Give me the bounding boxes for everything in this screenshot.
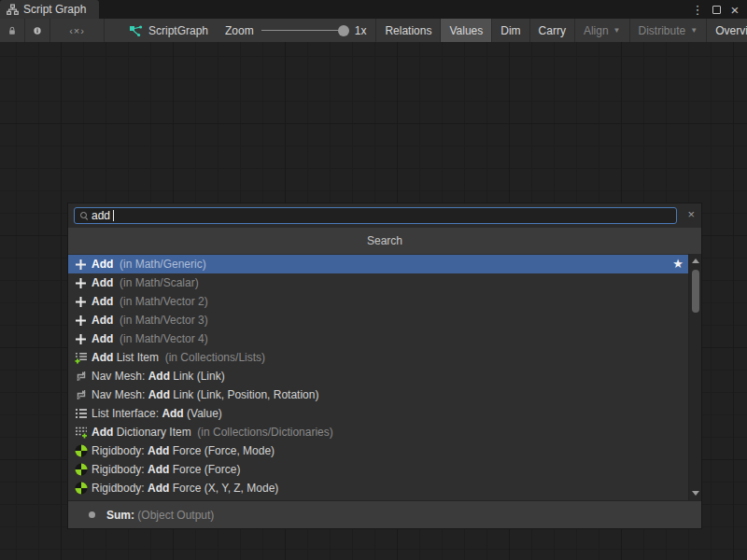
result-row[interactable]: Rigidbody: Add Force (Force)	[68, 460, 688, 479]
toolbar-button-label: Distribute	[639, 24, 686, 37]
row-text-segment: Add	[148, 444, 169, 457]
maximize-icon[interactable]	[709, 2, 724, 17]
close-icon[interactable]: ×	[727, 2, 742, 17]
plus-icon	[74, 333, 88, 345]
title-bar: Script Graph ⋮ ×	[0, 0, 747, 19]
result-row[interactable]: Add (in Math/Vector 2)	[68, 292, 688, 311]
zoom-slider-thumb[interactable]	[338, 25, 349, 36]
lock-button[interactable]	[0, 19, 25, 42]
row-text-segment: (in Math/Vector 3)	[113, 314, 207, 327]
window-menu-icon[interactable]: ⋮	[690, 2, 705, 17]
toolbar: ‹×› ScriptGraph Zoom 1x RelationsValuesD…	[0, 19, 747, 42]
clear-search-icon[interactable]: ×	[687, 208, 695, 221]
scrollbar[interactable]	[688, 254, 701, 500]
row-text-segment: Add	[148, 482, 169, 495]
row-text-segment: Add	[92, 351, 113, 364]
search-header: Search	[68, 228, 701, 254]
zoom-control: Zoom 1x	[216, 19, 375, 42]
result-list: Add (in Math/Generic)★Add (in Math/Scala…	[68, 254, 701, 500]
row-text-segment: (in Math/Vector 4)	[113, 332, 207, 345]
toolbar-button-label: Relations	[385, 24, 431, 37]
toolbar-button-values[interactable]: Values	[441, 19, 492, 42]
window-controls: ⋮ ×	[690, 0, 747, 19]
search-input[interactable]: add	[74, 207, 677, 224]
row-text-segment: Add	[92, 295, 113, 308]
tab-script-graph[interactable]: Script Graph	[0, 0, 99, 19]
row-text-segment: Add	[148, 388, 170, 401]
result-row[interactable]: Nav Mesh: Add Link (Link)	[68, 367, 688, 385]
result-row[interactable]: Add (in Math/Vector 3)	[68, 311, 688, 329]
row-text-segment: Force (X, Y, Z, Mode)	[169, 482, 278, 495]
list-icon	[74, 407, 88, 420]
toolbar-button-label: Align	[584, 24, 609, 37]
result-row[interactable]: List Interface: Add (Value)	[68, 404, 688, 423]
info-icon	[34, 25, 41, 36]
toolbar-button-label: Overview	[715, 24, 747, 37]
row-text-segment: Rigidbody:	[92, 482, 148, 495]
scroll-down-icon[interactable]	[689, 487, 701, 499]
result-row[interactable]: Add Dictionary Item (in Collections/Dict…	[68, 423, 688, 441]
row-text-segment: Add	[92, 314, 113, 327]
disconnect-button[interactable]: ‹×›	[50, 19, 105, 42]
fuzzy-finder-popup: add × Search Add (in Math/Generic)★Add (…	[67, 203, 702, 529]
search-header-label: Search	[367, 234, 402, 247]
row-text-segment: Add	[92, 426, 113, 439]
toolbar-button-carry[interactable]: Carry	[530, 19, 575, 42]
info-button[interactable]	[25, 19, 50, 42]
scrollbar-thumb[interactable]	[692, 270, 699, 313]
row-text-segment: (in Math/Vector 2)	[113, 295, 207, 308]
graph-label: ScriptGraph	[148, 24, 208, 37]
row-text-segment: Nav Mesh:	[92, 388, 148, 401]
rigidbody-icon	[74, 482, 88, 495]
rigidbody-icon	[74, 463, 88, 476]
row-text-segment: Add	[148, 463, 169, 476]
result-row[interactable]: Rigidbody: Add Force (X, Y, Z, Mode)	[68, 479, 688, 497]
toolbar-button-align[interactable]: Align▼	[575, 19, 630, 42]
favorite-star-icon[interactable]: ★	[672, 257, 684, 271]
row-text-segment: Add	[148, 370, 170, 383]
toolbar-button-distribute[interactable]: Distribute▼	[630, 19, 708, 42]
disconnect-icon: ‹×›	[69, 25, 85, 36]
search-input-value: add	[92, 209, 110, 222]
graph-hierarchy-icon	[7, 4, 19, 16]
zoom-slider[interactable]	[261, 30, 347, 31]
result-row[interactable]: Add (in Math/Vector 4)	[68, 329, 688, 348]
row-text-segment: Link (Link)	[170, 370, 225, 383]
chevron-down-icon: ▼	[690, 26, 698, 35]
toolbar-buttons: RelationsValuesDimCarryAlign▼Distribute▼…	[375, 19, 747, 42]
nav-mesh-icon	[74, 370, 88, 383]
row-text-segment: Add	[92, 276, 113, 289]
toolbar-button-dim[interactable]: Dim	[492, 19, 529, 42]
rigidbody-icon	[74, 444, 88, 457]
scroll-up-icon[interactable]	[689, 255, 701, 267]
result-row[interactable]: Rigidbody: Add Force (Force, Mode)	[68, 441, 688, 460]
toolbar-button-overview[interactable]: Overview	[707, 19, 747, 42]
lock-icon	[8, 25, 16, 36]
result-row[interactable]: Add (in Math/Scalar)	[68, 273, 688, 292]
row-text-segment: List Item	[113, 351, 159, 364]
row-text-segment: Rigidbody:	[92, 444, 148, 457]
result-row[interactable]: Add (in Math/Generic)★	[68, 255, 688, 273]
plus-icon	[74, 315, 88, 327]
row-text-segment: Rigidbody:	[92, 463, 148, 476]
row-text-segment: (in Collections/Dictionaries)	[191, 426, 333, 439]
row-text-segment: (Object Output)	[134, 509, 214, 522]
selection-summary: Sum: (Object Output)	[68, 500, 701, 528]
row-text-segment: Add	[92, 258, 113, 271]
search-icon	[79, 211, 89, 220]
row-text-segment: Force (Force)	[169, 463, 240, 476]
graph-breadcrumb[interactable]: ScriptGraph	[121, 19, 216, 42]
plus-icon	[74, 259, 88, 271]
row-text-segment: List Interface:	[92, 407, 162, 420]
toolbar-button-label: Values	[449, 24, 483, 37]
zoom-label: Zoom	[225, 24, 254, 37]
row-text-segment: (in Math/Scalar)	[113, 276, 198, 289]
result-row[interactable]: Add List Item (in Collections/Lists)	[68, 348, 688, 367]
result-row[interactable]: Nav Mesh: Add Link (Link, Position, Rota…	[68, 385, 688, 404]
row-text-segment: Nav Mesh:	[92, 370, 148, 383]
text-caret	[113, 210, 114, 221]
row-text-segment: (in Math/Generic)	[113, 258, 205, 271]
toolbar-button-relations[interactable]: Relations	[375, 19, 441, 42]
add-list-item-icon	[74, 351, 88, 364]
add-dictionary-item-icon	[74, 426, 88, 439]
